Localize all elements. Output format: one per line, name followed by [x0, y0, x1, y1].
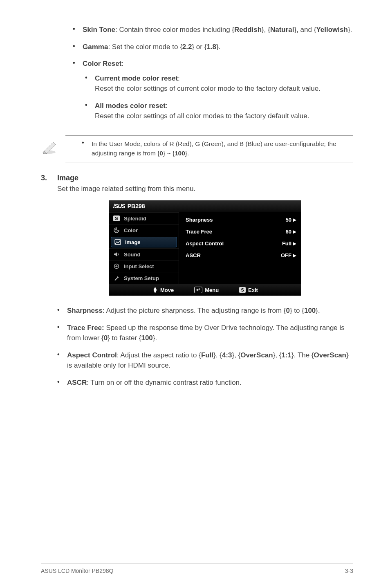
triangle-right-icon: ▶: [293, 218, 296, 222]
footer-exit[interactable]: S Exit: [239, 287, 258, 293]
bullet-icon: [82, 139, 92, 146]
bullet-icon: [57, 323, 67, 343]
note-block: In the User Mode, colors of R (Red), G (…: [65, 135, 353, 163]
updown-icon: ▲▼: [152, 287, 158, 293]
svg-point-2: [115, 231, 116, 231]
menu-input-select[interactable]: Input Select: [109, 260, 179, 272]
top-bullet-list: Skin Tone: Contain three color modes inc…: [73, 25, 353, 128]
lower-bullet-list: Sharpness: Adjust the picture sharpness.…: [57, 305, 353, 388]
bullet-skin-tone: Skin Tone: Contain three color modes inc…: [73, 25, 353, 35]
bullet-text: Skin Tone: Contain three color modes inc…: [83, 25, 352, 35]
triangle-right-icon: ▶: [293, 253, 296, 258]
s-badge-icon: S: [239, 287, 246, 293]
row-tracefree[interactable]: Trace Free 60▶: [184, 226, 298, 238]
enter-icon: ↵: [194, 287, 202, 293]
bullet-ascr: ASCR: Turn on or off the dynamic contras…: [57, 377, 353, 388]
skin-tone-label: Skin Tone: [83, 26, 115, 34]
footer-menu[interactable]: ↵ Menu: [194, 287, 219, 293]
sub-bullet-all-modes: All modes color reset: Reset the color s…: [85, 101, 353, 121]
bullet-color-reset: Color Reset: Current mode color reset: R…: [73, 58, 353, 128]
wrench-icon: [112, 275, 121, 281]
sub-text: All modes color reset: Reset the color s…: [95, 101, 309, 121]
bullet-text: Gamma: Set the color mode to {2.2} or {1…: [83, 42, 220, 52]
row-sharpness[interactable]: Sharpness 50▶: [184, 214, 298, 226]
triangle-right-icon: ▶: [293, 241, 296, 246]
bullet-icon: [57, 377, 67, 388]
bullet-icon: [73, 58, 83, 69]
bullet-icon: [73, 42, 83, 52]
bullet-icon: [57, 305, 67, 316]
asus-logo-icon: /SUS: [113, 203, 125, 209]
note-text: In the User Mode, colors of R (Red), G (…: [92, 139, 353, 158]
bullet-aspect: Aspect Control: Adjust the aspect ratio …: [57, 350, 353, 371]
osd-model: PB298: [128, 203, 145, 209]
bullet-icon: [85, 73, 95, 94]
menu-splendid[interactable]: S Splendid: [109, 212, 179, 224]
section-desc: Set the image related setting from this …: [57, 185, 353, 193]
section-title: Image: [57, 174, 353, 182]
menu-system-setup[interactable]: System Setup: [109, 272, 179, 284]
osd-left-panel: S Splendid Color: [109, 212, 179, 284]
svg-point-1: [115, 229, 116, 230]
menu-color[interactable]: Color: [109, 224, 179, 236]
footer-left: ASUS LCD Monitor PB298Q: [41, 568, 113, 574]
svg-point-3: [117, 231, 117, 232]
osd-footer: ▲▼ Move ↵ Menu S Exit: [109, 284, 301, 296]
pencil-note-icon: [41, 139, 65, 156]
input-icon: [112, 263, 121, 269]
splendid-icon: S: [112, 215, 121, 222]
menu-image[interactable]: Image: [111, 237, 177, 247]
row-aspect[interactable]: Aspect Control Full▶: [184, 238, 298, 249]
bullet-icon: [73, 25, 83, 35]
section-number: 3.: [41, 174, 57, 394]
image-icon: [114, 239, 122, 245]
bullet-sharpness: Sharpness: Adjust the picture sharpness.…: [57, 305, 353, 316]
palette-icon: [112, 227, 121, 233]
triangle-right-icon: ▶: [293, 229, 296, 234]
osd-right-panel: Sharpness 50▶ Trace Free 60▶ Aspect Cont…: [179, 212, 301, 284]
svg-rect-4: [115, 240, 121, 245]
footer-move[interactable]: ▲▼ Move: [152, 287, 174, 293]
osd-titlebar: /SUS PB298: [109, 200, 301, 212]
sub-bullet-current-mode: Current mode color reset: Reset the colo…: [85, 73, 353, 94]
bullet-icon: [57, 350, 67, 371]
bullet-icon: [85, 101, 95, 121]
menu-sound[interactable]: Sound: [109, 248, 179, 260]
sub-text: Current mode color reset: Reset the colo…: [95, 73, 321, 94]
bullet-text: Color Reset:: [83, 58, 123, 69]
page-footer: ASUS LCD Monitor PB298Q 3-3: [41, 563, 353, 574]
row-ascr[interactable]: ASCR OFF▶: [184, 249, 298, 261]
section-image: 3. Image Set the image related setting f…: [41, 174, 353, 394]
bullet-gamma: Gamma: Set the color mode to {2.2} or {1…: [73, 42, 353, 52]
bullet-tracefree: Trace Free: Speed up the response time b…: [57, 323, 353, 343]
osd-menu: /SUS PB298 S Splendid Color: [109, 200, 301, 296]
speaker-icon: [112, 251, 121, 258]
footer-right: 3-3: [345, 568, 353, 574]
